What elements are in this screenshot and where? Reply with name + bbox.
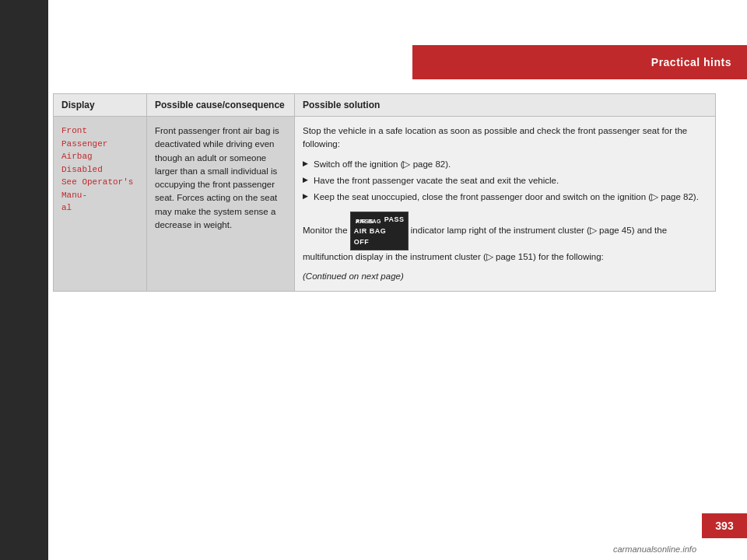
table-header-row: Display Possible cause/consequence Possi… (54, 94, 716, 117)
cause-cell: Front passenger front air bag is deactiv… (147, 117, 295, 292)
solution-intro: Stop the vehicle in a safe location as s… (303, 126, 687, 149)
solution-bullet-2: Have the front passenger vacate the seat… (303, 173, 707, 189)
col-header-cause: Possible cause/consequence (147, 94, 295, 117)
content-area: Display Possible cause/consequence Possi… (53, 93, 716, 498)
indicator-icon: PASS AIR BAG PASSAIR BAGOFF (350, 212, 409, 250)
left-sidebar-strip (0, 0, 48, 560)
header-title: Practical hints (651, 56, 731, 68)
monitor-text-before: Monitor the (303, 226, 350, 235)
svg-text:AIR BAG: AIR BAG (356, 219, 381, 224)
header-banner: Practical hints (412, 45, 747, 79)
solution-bullet-3: Keep the seat unoccupied, close the fron… (303, 189, 707, 205)
display-cell: Front PassengerAirbag DisabledSee Operat… (54, 117, 147, 292)
col-header-display: Display (54, 94, 147, 117)
table-row: Front PassengerAirbag DisabledSee Operat… (54, 117, 716, 292)
col-header-solution: Possible solution (295, 94, 716, 117)
watermark: carmanualsonline.info (613, 544, 696, 554)
solution-bullet-1: Switch off the ignition (▷ page 82). (303, 156, 707, 173)
page-number: 393 (715, 520, 733, 532)
monitor-line: Monitor the PASS AIR BAG PASSAIR BAGOFF … (303, 212, 707, 264)
solution-cell: Stop the vehicle in a safe location as s… (295, 117, 716, 292)
continued-line: (Continued on next page) (303, 270, 707, 283)
page-number-box: 393 (702, 513, 747, 538)
main-table: Display Possible cause/consequence Possi… (53, 93, 716, 292)
solution-list: Switch off the ignition (▷ page 82). Hav… (303, 156, 707, 206)
